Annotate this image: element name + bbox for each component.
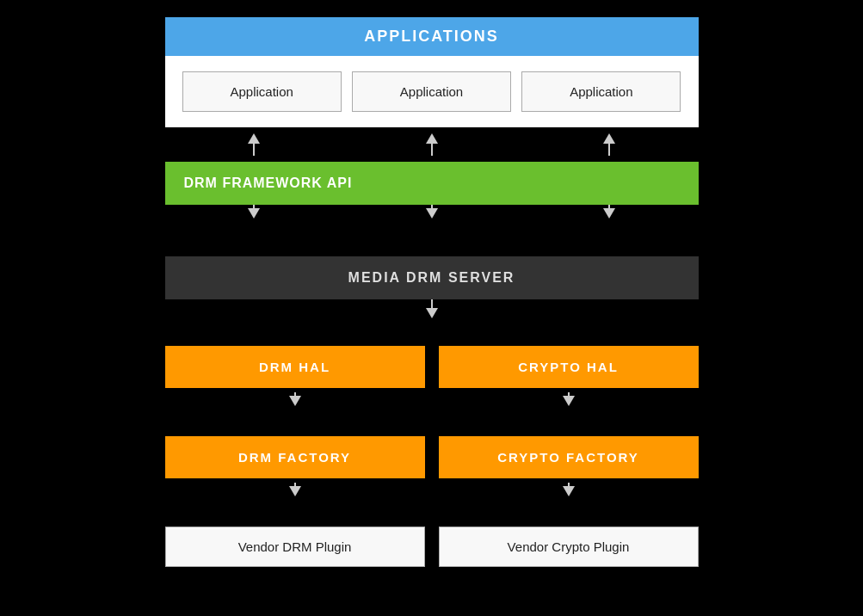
drm-framework-bar: DRM FRAMEWORK API xyxy=(165,162,699,205)
arrow-1 xyxy=(165,133,343,156)
arrow-line-2 xyxy=(431,144,433,156)
factory-vendor-arrows xyxy=(165,478,699,501)
down-arrow-1 xyxy=(165,205,343,219)
arrowhead-down-2 xyxy=(426,208,438,219)
vendor-crypto-plugin-box: Vendor Crypto Plugin xyxy=(439,527,699,567)
arrow-line-3 xyxy=(608,144,610,156)
diagram-wrapper: APPLICATIONS Application Application App… xyxy=(165,17,699,567)
app-box-1: Application xyxy=(182,71,342,112)
app-box-3: Application xyxy=(521,71,681,112)
arrow-line-1 xyxy=(253,144,255,156)
applications-block: APPLICATIONS Application Application App… xyxy=(165,17,699,127)
arrow-2 xyxy=(342,133,521,156)
crypto-hal-box: CRYPTO HAL xyxy=(439,346,699,388)
crypto-factory-box: CRYPTO FACTORY xyxy=(439,436,699,478)
factory-row: DRM FACTORY CRYPTO FACTORY xyxy=(165,436,699,478)
vendor-row: Vendor DRM Plugin Vendor Crypto Plugin xyxy=(165,527,699,567)
hal-factory-arrows xyxy=(165,388,699,410)
arrowhead-up-1 xyxy=(248,133,260,144)
media-drm-server-bar: MEDIA DRM SERVER xyxy=(165,256,699,299)
arrowhead-up-3 xyxy=(603,133,615,144)
down-arrow-3 xyxy=(521,205,699,219)
media-down-arrow xyxy=(165,299,699,320)
drm-framework-label: DRM FRAMEWORK API xyxy=(184,176,353,191)
arrowhead-up-2 xyxy=(426,133,438,144)
arrow-3 xyxy=(521,133,699,156)
drm-factory-box: DRM FACTORY xyxy=(165,436,425,478)
hal-row: DRM HAL CRYPTO HAL xyxy=(165,346,699,388)
applications-header: APPLICATIONS xyxy=(165,17,699,56)
drm-down-arrows xyxy=(165,205,699,219)
vendor-drm-plugin-box: Vendor DRM Plugin xyxy=(165,527,425,567)
down-arrow-2 xyxy=(342,205,521,219)
gap-1 xyxy=(165,219,699,256)
app-box-2: Application xyxy=(352,71,511,112)
drm-hal-box: DRM HAL xyxy=(165,346,425,388)
arrowhead-down-1 xyxy=(248,208,260,219)
applications-body: Application Application Application xyxy=(165,56,699,127)
arrowhead-down-3 xyxy=(603,208,615,219)
app-drm-arrows xyxy=(165,127,699,162)
